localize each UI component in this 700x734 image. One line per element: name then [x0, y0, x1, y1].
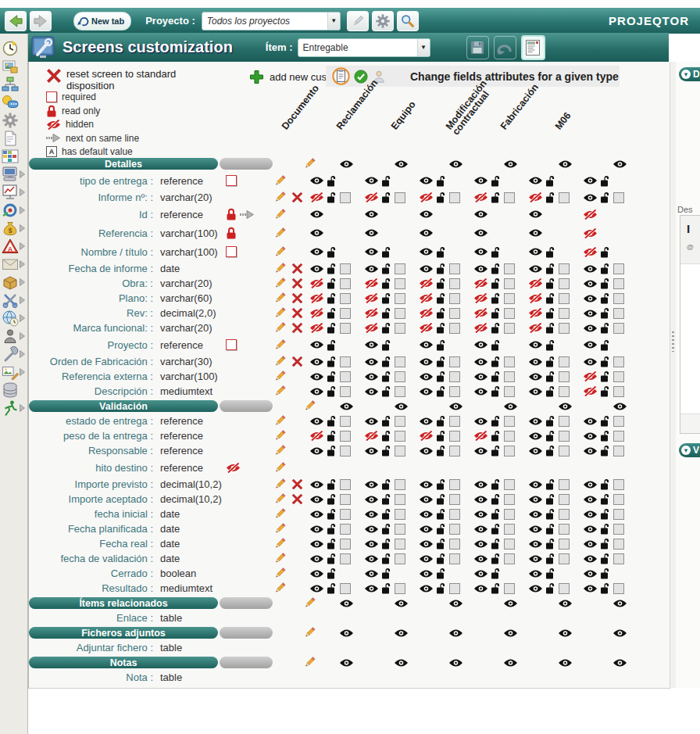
visibility-icon[interactable] [473, 554, 488, 564]
default-value-checkbox[interactable] [504, 278, 515, 289]
visibility-icon[interactable] [419, 495, 434, 504]
default-value-checkbox[interactable] [340, 479, 351, 490]
lock-open-icon[interactable] [327, 322, 337, 334]
lock-open-icon[interactable] [436, 339, 446, 351]
default-value-checkbox[interactable] [449, 446, 460, 457]
visibility-icon[interactable] [364, 387, 379, 396]
visibility-icon[interactable] [364, 584, 379, 593]
default-value-checkbox[interactable] [340, 371, 351, 382]
default-value-checkbox[interactable] [504, 583, 515, 594]
visibility-icon[interactable] [583, 510, 598, 519]
edit-pencil-icon[interactable] [273, 370, 286, 383]
lock-open-icon[interactable] [436, 508, 446, 520]
visibility-hidden-icon[interactable] [419, 293, 434, 303]
edit-pencil-icon[interactable] [273, 306, 286, 320]
visibility-hidden-icon[interactable] [309, 278, 324, 288]
edit-pencil-icon[interactable] [273, 478, 286, 491]
edit-pencil-icon[interactable] [303, 656, 316, 669]
default-value-checkbox[interactable] [559, 386, 570, 397]
lock-open-icon[interactable] [545, 568, 555, 579]
visibility-icon[interactable] [309, 264, 324, 274]
visibility-icon[interactable] [473, 340, 488, 349]
default-value-checkbox[interactable] [395, 446, 405, 457]
lock-open-icon[interactable] [491, 192, 501, 203]
sidebar-item-expenses[interactable]: $ [2, 219, 27, 237]
visibility-icon[interactable] [583, 294, 598, 303]
lock-open-icon[interactable] [327, 415, 337, 427]
default-value-checkbox[interactable] [613, 583, 624, 594]
visibility-icon[interactable] [419, 209, 434, 219]
lock-open-icon[interactable] [381, 568, 391, 579]
visibility-icon[interactable] [473, 372, 488, 381]
default-value-checkbox[interactable] [559, 293, 570, 304]
lock-open-icon[interactable] [381, 523, 391, 535]
visibility-icon[interactable] [339, 159, 354, 169]
lock-open-icon[interactable] [436, 277, 446, 289]
visibility-icon[interactable] [473, 446, 488, 456]
lock-open-icon[interactable] [436, 538, 446, 550]
visibility-icon[interactable] [419, 372, 434, 381]
default-value-checkbox[interactable] [395, 553, 405, 564]
delete-x-icon[interactable] [291, 493, 303, 505]
visibility-icon[interactable] [309, 176, 324, 185]
sidebar-item-products[interactable] [2, 273, 27, 291]
default-value-checkbox[interactable] [504, 416, 515, 427]
default-value-checkbox[interactable] [613, 278, 624, 289]
sidebar-item-reports[interactable] [2, 183, 27, 201]
visibility-hidden-icon[interactable] [473, 293, 488, 303]
default-value-checkbox[interactable] [559, 323, 570, 334]
lock-open-icon[interactable] [381, 339, 391, 351]
visibility-hidden-icon[interactable] [528, 293, 543, 303]
visibility-hidden-icon[interactable] [583, 247, 598, 257]
screen-setup-button[interactable] [521, 35, 545, 60]
visibility-icon[interactable] [528, 584, 543, 593]
default-value-checkbox[interactable] [613, 192, 624, 203]
default-value-checkbox[interactable] [340, 308, 351, 319]
default-value-checkbox[interactable] [559, 446, 570, 457]
visibility-icon[interactable] [612, 159, 627, 169]
visibility-icon[interactable] [448, 599, 463, 608]
lock-open-icon[interactable] [381, 246, 391, 258]
project-select[interactable]: Todos los proyectos ▼ [202, 12, 341, 30]
visibility-icon[interactable] [309, 340, 324, 349]
lock-open-icon[interactable] [436, 307, 446, 319]
sidebar-item-humans[interactable] [2, 327, 27, 345]
sidebar-item-risks[interactable]: A [2, 237, 27, 255]
visibility-icon[interactable] [528, 539, 543, 549]
default-value-checkbox[interactable] [613, 431, 624, 442]
visibility-icon[interactable] [528, 417, 543, 426]
lock-open-icon[interactable] [600, 478, 610, 490]
default-value-checkbox[interactable] [395, 416, 405, 427]
delete-x-icon[interactable] [291, 356, 303, 367]
default-value-checkbox[interactable] [395, 479, 405, 490]
visibility-icon[interactable] [364, 569, 379, 578]
lock-open-icon[interactable] [491, 415, 501, 427]
lock-open-icon[interactable] [491, 277, 501, 289]
lock-open-icon[interactable] [491, 493, 501, 505]
lock-open-icon[interactable] [327, 175, 337, 187]
lock-open-icon[interactable] [600, 263, 610, 274]
edit-pencil-icon[interactable] [273, 262, 286, 275]
lock-open-icon[interactable] [600, 415, 610, 427]
default-value-checkbox[interactable] [559, 479, 570, 490]
default-value-checkbox[interactable] [395, 431, 405, 442]
lock-open-icon[interactable] [327, 478, 337, 490]
visibility-icon[interactable] [583, 357, 598, 367]
lock-open-icon[interactable] [381, 263, 391, 274]
default-value-checkbox[interactable] [559, 524, 570, 535]
sidebar-item-messages[interactable] [2, 255, 27, 273]
lock-open-icon[interactable] [491, 430, 501, 442]
default-value-checkbox[interactable] [559, 509, 570, 520]
section-header[interactable]: Notas [29, 657, 218, 668]
lock-open-icon[interactable] [545, 445, 555, 457]
sidebar-item-configuration[interactable] [2, 345, 27, 363]
delete-x-icon[interactable] [291, 322, 303, 334]
visibility-hidden-icon[interactable] [583, 209, 598, 220]
visibility-icon[interactable] [448, 402, 463, 411]
visibility-icon[interactable] [558, 159, 573, 169]
visibility-icon[interactable] [339, 658, 354, 668]
expand-arrow-icon[interactable] [20, 206, 25, 214]
default-value-checkbox[interactable] [340, 431, 351, 442]
default-value-checkbox[interactable] [504, 494, 515, 505]
visibility-icon[interactable] [364, 209, 379, 219]
